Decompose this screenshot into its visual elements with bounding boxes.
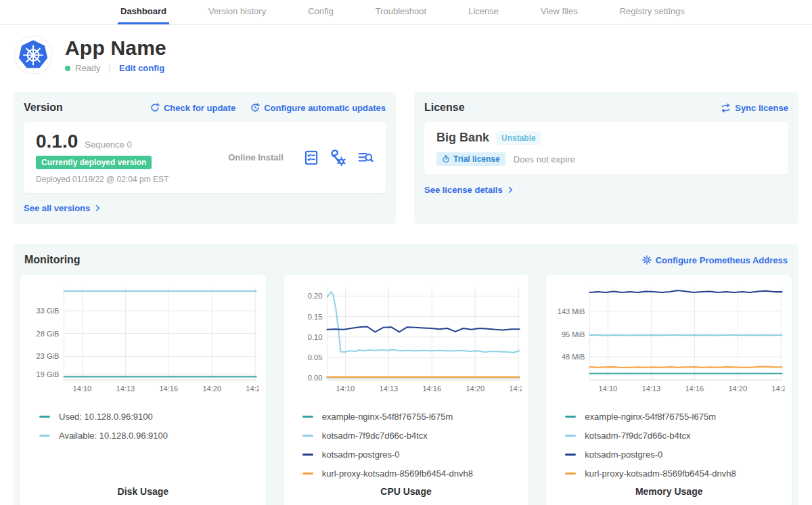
app-header-text: App Name Ready | Edit config [65, 37, 166, 73]
legend-label: example-nginx-54f8f76755-l675m [322, 412, 453, 422]
cpu-usage-card: 14:1014:1314:1614:2014:230.000.050.100.1… [284, 275, 529, 505]
svg-text:14:13: 14:13 [379, 385, 398, 393]
legend-item: kotsadm-7f9dc7d66c-b4tcx [302, 431, 522, 441]
chart-legend: example-nginx-54f8f76755-l675mkotsadm-7f… [290, 403, 522, 479]
monitoring-panel: Monitoring Configure Prometheus Address … [14, 244, 798, 505]
tab-config[interactable]: Config [305, 0, 336, 24]
customer-name: Big Bank [436, 131, 489, 145]
tab-dashboard[interactable]: Dashboard [118, 0, 169, 24]
kubernetes-logo-icon [14, 35, 53, 74]
disk-usage-card: 14:1014:1314:1614:2014:2319 GiB23 GiB28 … [20, 275, 266, 505]
legend-item: kurl-proxy-kotsadm-8569fb6454-dnvh8 [302, 468, 522, 479]
legend-dash-icon [302, 416, 313, 418]
disk-usage-title: Disk Usage [27, 479, 259, 500]
svg-text:48 MiB: 48 MiB [562, 353, 585, 361]
legend-dash-icon [565, 454, 576, 456]
license-expiry: Does not expire [514, 154, 575, 164]
svg-text:14:23: 14:23 [246, 385, 258, 393]
legend-item: kurl-proxy-kotsadm-8569fb6454-dnvh8 [565, 468, 785, 479]
legend-item: example-nginx-54f8f76755-l675m [565, 412, 785, 422]
legend-dash-icon [302, 435, 313, 437]
chevron-right-icon [94, 204, 102, 212]
svg-text:14:23: 14:23 [509, 385, 522, 393]
svg-text:14:10: 14:10 [336, 385, 355, 393]
legend-label: kurl-proxy-kotsadm-8569fb6454-dnvh8 [585, 468, 736, 479]
cpu-usage-chart[interactable]: 14:1014:1314:1614:2014:230.000.050.100.1… [290, 282, 522, 396]
top-nav: DashboardVersion historyConfigTroublesho… [0, 0, 812, 25]
status-ready-icon [65, 66, 70, 71]
legend-item: kotsadm-postgres-0 [565, 449, 785, 460]
tab-registry-settings[interactable]: Registry settings [617, 0, 687, 24]
svg-text:14:23: 14:23 [772, 385, 785, 393]
svg-text:143 MiB: 143 MiB [558, 307, 585, 315]
svg-text:14:16: 14:16 [159, 385, 178, 393]
charts-row: 14:1014:1314:1614:2014:2319 GiB23 GiB28 … [20, 275, 792, 505]
refresh-icon [150, 103, 160, 112]
svg-text:0.00: 0.00 [307, 374, 322, 382]
memory-usage-chart[interactable]: 14:1014:1314:1614:2014:2348 MiB95 MiB143… [553, 282, 785, 396]
cpu-usage-title: CPU Usage [290, 479, 522, 500]
tab-troubleshoot[interactable]: Troubleshoot [373, 0, 429, 24]
configure-prometheus-link[interactable]: Configure Prometheus Address [642, 255, 788, 265]
sync-arrows-icon [721, 104, 731, 112]
cards-row: Version Check for update [14, 92, 798, 224]
chevron-right-icon [507, 186, 514, 194]
svg-text:0.10: 0.10 [307, 333, 322, 341]
svg-text:0.05: 0.05 [307, 353, 322, 361]
configure-automatic-updates-link[interactable]: Configure automatic updates [250, 103, 386, 113]
svg-text:33 GiB: 33 GiB [37, 307, 60, 315]
sync-license-link[interactable]: Sync license [721, 103, 788, 113]
preflight-checks-icon[interactable] [303, 150, 319, 166]
disk-usage-chart[interactable]: 14:1014:1314:1614:2014:2319 GiB23 GiB28 … [27, 282, 259, 396]
version-panel-title: Version [24, 102, 63, 114]
svg-text:14:16: 14:16 [422, 385, 441, 393]
deployed-badge: Currently deployed version [36, 156, 152, 169]
legend-label: Used: 10.128.0.96:9100 [59, 412, 153, 422]
legend-item: Used: 10.128.0.96:9100 [39, 412, 259, 422]
legend-label: kotsadm-7f9dc7d66c-b4tcx [585, 431, 690, 441]
legend-label: example-nginx-54f8f76755-l675m [585, 412, 716, 422]
deployed-timestamp: Deployed 01/19/22 @ 02:04 pm EST [36, 175, 208, 184]
svg-text:23 GiB: 23 GiB [37, 352, 60, 360]
clock-refresh-icon [250, 103, 260, 112]
legend-dash-icon [565, 435, 576, 437]
legend-label: Available: 10.128.0.96:9100 [59, 431, 168, 441]
svg-text:19 GiB: 19 GiB [37, 370, 60, 378]
view-logs-icon[interactable] [357, 150, 374, 166]
config-wrench-gear-icon[interactable] [330, 150, 346, 166]
main-content: App Name Ready | Edit config Version [0, 35, 812, 505]
legend-item: kotsadm-postgres-0 [302, 449, 522, 460]
svg-text:14:10: 14:10 [73, 385, 92, 393]
svg-text:14:10: 14:10 [599, 385, 618, 393]
see-license-details-link[interactable]: See license details [424, 185, 514, 195]
legend-dash-icon [39, 435, 50, 437]
version-number: 0.1.0 [36, 131, 78, 152]
legend-dash-icon [39, 416, 50, 418]
app-title: App Name [65, 37, 166, 60]
install-type: Online Install [208, 152, 303, 162]
license-detail-card: Big Bank Unstable Trial license Does not… [424, 122, 788, 175]
check-for-update-link[interactable]: Check for update [150, 103, 235, 113]
legend-dash-icon [565, 473, 576, 475]
svg-text:14:16: 14:16 [685, 385, 704, 393]
see-all-versions-link[interactable]: See all versions [24, 203, 102, 213]
monitoring-title: Monitoring [24, 254, 81, 266]
chart-legend: example-nginx-54f8f76755-l675mkotsadm-7f… [553, 403, 785, 479]
license-panel: License Sync license Big Bank Unstable [414, 92, 798, 224]
tab-version-history[interactable]: Version history [206, 0, 269, 24]
gear-icon [642, 255, 652, 265]
license-panel-title: License [424, 102, 465, 114]
sequence-label: Sequence 0 [85, 139, 131, 150]
svg-text:14:20: 14:20 [729, 385, 748, 393]
svg-text:0.20: 0.20 [307, 292, 322, 300]
svg-text:95 MiB: 95 MiB [562, 330, 585, 338]
app-status: Ready [75, 63, 101, 73]
tab-view-files[interactable]: View files [538, 0, 581, 24]
svg-text:28 GiB: 28 GiB [37, 330, 60, 338]
legend-item: example-nginx-54f8f76755-l675m [302, 412, 522, 422]
app-header: App Name Ready | Edit config [14, 35, 798, 74]
edit-config-link[interactable]: Edit config [119, 63, 164, 73]
legend-item: kotsadm-7f9dc7d66c-b4tcx [565, 431, 785, 441]
svg-text:14:13: 14:13 [642, 385, 661, 393]
tab-license[interactable]: License [466, 0, 501, 24]
